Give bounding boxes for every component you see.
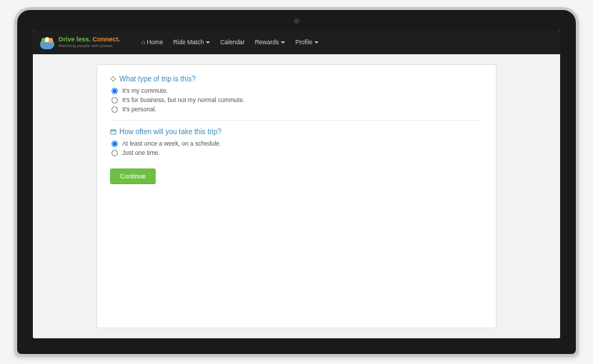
camera-icon xyxy=(294,19,299,24)
nav-ridematch[interactable]: Ride Match xyxy=(173,39,210,46)
svg-marker-2 xyxy=(110,78,112,81)
q1-opt3-label: It's personal. xyxy=(122,106,156,113)
q2-radio-once[interactable] xyxy=(111,150,118,156)
nav-items: ⌂ Home Ride Match Calendar Rewards xyxy=(141,39,319,46)
brand-text: Drive less. Connect. Matching people wit… xyxy=(59,36,120,48)
question-1-header: What type of trip is this? xyxy=(110,75,483,83)
q1-option-commute[interactable]: It's my commute. xyxy=(111,87,483,94)
screen: Drive less. Connect. Matching people wit… xyxy=(33,30,560,338)
calendar-icon xyxy=(110,128,116,135)
q2-option-weekly[interactable]: At least once a week, on a schedule. xyxy=(111,140,483,147)
svg-marker-3 xyxy=(114,78,116,81)
nav-profile-label: Profile xyxy=(295,39,312,46)
divider xyxy=(110,120,483,121)
q1-radio-personal[interactable] xyxy=(111,106,118,113)
q1-opt1-label: It's my commute. xyxy=(122,87,168,94)
nav-ridematch-label: Ride Match xyxy=(173,39,204,46)
q1-radio-business[interactable] xyxy=(111,97,118,103)
q2-opt2-label: Just one time. xyxy=(122,149,160,156)
logo[interactable]: Drive less. Connect. Matching people wit… xyxy=(40,35,120,49)
chevron-down-icon xyxy=(206,41,210,44)
q1-radio-commute[interactable] xyxy=(111,88,118,94)
laptop-bezel: Drive less. Connect. Matching people wit… xyxy=(17,10,576,354)
q2-radio-weekly[interactable] xyxy=(111,141,118,147)
q1-option-personal[interactable]: It's personal. xyxy=(111,106,483,113)
q2-opt1-label: At least once a week, on a schedule. xyxy=(122,140,221,147)
q2-option-once[interactable]: Just one time. xyxy=(111,149,483,156)
nav-rewards-label: Rewards xyxy=(255,39,279,46)
continue-button[interactable]: Continue xyxy=(110,168,156,184)
form-card: What type of trip is this? It's my commu… xyxy=(96,64,497,328)
brand-tagline: Matching people with places. xyxy=(59,44,120,49)
nav-rewards[interactable]: Rewards xyxy=(255,39,286,46)
question-2-header: How often will you take this trip? xyxy=(110,128,483,136)
nav-calendar-label: Calendar xyxy=(220,39,245,46)
question-1-label: What type of trip is this? xyxy=(119,75,196,83)
arrows-icon xyxy=(110,76,116,82)
home-icon: ⌂ xyxy=(141,39,145,46)
nav-profile[interactable]: Profile xyxy=(295,39,319,46)
nav-calendar[interactable]: Calendar xyxy=(220,39,245,46)
logo-icon xyxy=(40,35,54,49)
laptop-frame: Drive less. Connect. Matching people wit… xyxy=(14,7,579,357)
chevron-down-icon xyxy=(314,41,319,44)
nav-home[interactable]: ⌂ Home xyxy=(141,39,163,46)
svg-marker-0 xyxy=(112,76,115,78)
svg-rect-4 xyxy=(111,130,116,134)
q1-opt2-label: It's for business, but not my normal com… xyxy=(122,96,244,103)
q1-option-business[interactable]: It's for business, but not my normal com… xyxy=(111,96,483,103)
svg-marker-1 xyxy=(112,80,115,82)
chevron-down-icon xyxy=(281,41,285,44)
question-2-label: How often will you take this trip? xyxy=(119,128,221,136)
brand-word1: Drive less. xyxy=(59,36,91,43)
brand-word2: Connect. xyxy=(91,36,120,43)
nav-home-label: Home xyxy=(146,39,163,46)
navbar: Drive less. Connect. Matching people wit… xyxy=(33,30,560,54)
